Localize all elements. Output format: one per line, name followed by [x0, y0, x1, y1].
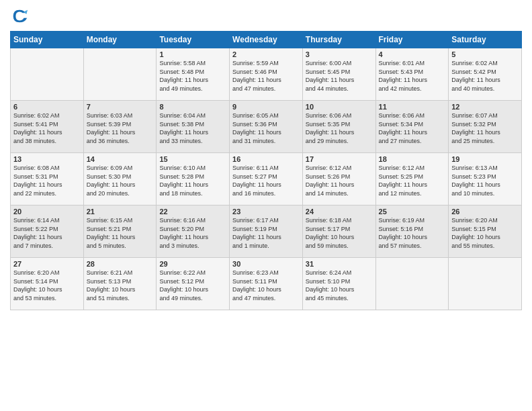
day-number: 29	[159, 260, 226, 268]
day-number: 12	[451, 103, 519, 111]
day-info: Sunrise: 6:19 AM Sunset: 5:16 PM Dayligh…	[379, 216, 446, 250]
day-number: 20	[13, 208, 81, 216]
calendar-week-row: 13Sunrise: 6:08 AM Sunset: 5:31 PM Dayli…	[11, 153, 522, 205]
calendar-cell: 6Sunrise: 6:02 AM Sunset: 5:41 PM Daylig…	[11, 101, 84, 153]
calendar-cell: 13Sunrise: 6:08 AM Sunset: 5:31 PM Dayli…	[11, 153, 84, 205]
day-info: Sunrise: 6:12 AM Sunset: 5:25 PM Dayligh…	[379, 164, 446, 197]
day-number: 23	[232, 208, 300, 216]
day-info: Sunrise: 6:12 AM Sunset: 5:26 PM Dayligh…	[306, 164, 373, 197]
day-info: Sunrise: 6:15 AM Sunset: 5:21 PM Dayligh…	[87, 216, 154, 250]
weekday-header: Tuesday	[157, 32, 230, 48]
day-info: Sunrise: 6:00 AM Sunset: 5:45 PM Dayligh…	[306, 59, 373, 93]
day-info: Sunrise: 6:11 AM Sunset: 5:27 PM Dayligh…	[232, 164, 300, 197]
day-info: Sunrise: 6:13 AM Sunset: 5:23 PM Dayligh…	[451, 164, 519, 197]
day-number: 19	[451, 155, 519, 163]
day-info: Sunrise: 5:58 AM Sunset: 5:48 PM Dayligh…	[159, 59, 226, 93]
day-number: 7	[87, 103, 154, 111]
day-number: 21	[87, 208, 154, 216]
calendar-week-row: 1Sunrise: 5:58 AM Sunset: 5:48 PM Daylig…	[11, 48, 522, 101]
calendar-week-row: 6Sunrise: 6:02 AM Sunset: 5:41 PM Daylig…	[11, 101, 522, 153]
day-info: Sunrise: 6:18 AM Sunset: 5:17 PM Dayligh…	[306, 216, 373, 250]
calendar-cell: 22Sunrise: 6:16 AM Sunset: 5:20 PM Dayli…	[157, 205, 230, 258]
calendar-cell: 29Sunrise: 6:22 AM Sunset: 5:12 PM Dayli…	[157, 258, 230, 310]
calendar-cell	[449, 258, 522, 310]
day-number: 27	[13, 260, 81, 268]
calendar-cell: 28Sunrise: 6:21 AM Sunset: 5:13 PM Dayli…	[83, 258, 157, 310]
day-number: 6	[13, 103, 81, 111]
day-number: 18	[379, 155, 446, 163]
calendar-cell: 30Sunrise: 6:23 AM Sunset: 5:11 PM Dayli…	[230, 258, 303, 310]
day-number: 26	[451, 208, 519, 216]
calendar-cell: 11Sunrise: 6:06 AM Sunset: 5:34 PM Dayli…	[375, 101, 449, 153]
page-container: SundayMondayTuesdayWednesdayThursdayFrid…	[0, 0, 532, 411]
calendar-cell	[11, 48, 84, 101]
logo	[10, 7, 32, 26]
calendar-cell: 3Sunrise: 6:00 AM Sunset: 5:45 PM Daylig…	[302, 48, 375, 101]
day-number: 1	[159, 50, 226, 58]
calendar-cell: 17Sunrise: 6:12 AM Sunset: 5:26 PM Dayli…	[302, 153, 375, 205]
calendar-cell: 26Sunrise: 6:20 AM Sunset: 5:15 PM Dayli…	[449, 205, 522, 258]
day-info: Sunrise: 6:17 AM Sunset: 5:19 PM Dayligh…	[232, 216, 300, 250]
day-number: 17	[306, 155, 373, 163]
day-number: 2	[232, 50, 300, 58]
calendar-cell: 25Sunrise: 6:19 AM Sunset: 5:16 PM Dayli…	[375, 205, 449, 258]
day-info: Sunrise: 6:07 AM Sunset: 5:32 PM Dayligh…	[451, 111, 519, 145]
weekday-header: Thursday	[302, 32, 375, 48]
calendar-cell: 18Sunrise: 6:12 AM Sunset: 5:25 PM Dayli…	[375, 153, 449, 205]
calendar-cell: 4Sunrise: 6:01 AM Sunset: 5:43 PM Daylig…	[375, 48, 449, 101]
day-info: Sunrise: 5:59 AM Sunset: 5:46 PM Dayligh…	[232, 59, 300, 93]
calendar-cell	[83, 48, 157, 101]
header-row: SundayMondayTuesdayWednesdayThursdayFrid…	[11, 32, 522, 48]
day-info: Sunrise: 6:01 AM Sunset: 5:43 PM Dayligh…	[379, 59, 446, 93]
calendar-cell: 12Sunrise: 6:07 AM Sunset: 5:32 PM Dayli…	[449, 101, 522, 153]
day-info: Sunrise: 6:14 AM Sunset: 5:22 PM Dayligh…	[13, 216, 81, 250]
day-info: Sunrise: 6:20 AM Sunset: 5:14 PM Dayligh…	[13, 269, 81, 302]
calendar-cell: 8Sunrise: 6:04 AM Sunset: 5:38 PM Daylig…	[157, 101, 230, 153]
day-number: 28	[87, 260, 154, 268]
day-info: Sunrise: 6:10 AM Sunset: 5:28 PM Dayligh…	[159, 164, 226, 197]
calendar-cell: 16Sunrise: 6:11 AM Sunset: 5:27 PM Dayli…	[230, 153, 303, 205]
calendar-cell: 5Sunrise: 6:02 AM Sunset: 5:42 PM Daylig…	[449, 48, 522, 101]
calendar-cell: 21Sunrise: 6:15 AM Sunset: 5:21 PM Dayli…	[83, 205, 157, 258]
calendar-week-row: 20Sunrise: 6:14 AM Sunset: 5:22 PM Dayli…	[11, 205, 522, 258]
day-number: 13	[13, 155, 81, 163]
day-info: Sunrise: 6:06 AM Sunset: 5:35 PM Dayligh…	[306, 111, 373, 145]
day-number: 9	[232, 103, 300, 111]
day-number: 24	[306, 208, 373, 216]
day-info: Sunrise: 6:08 AM Sunset: 5:31 PM Dayligh…	[13, 164, 81, 197]
day-info: Sunrise: 6:02 AM Sunset: 5:42 PM Dayligh…	[451, 59, 519, 93]
day-info: Sunrise: 6:04 AM Sunset: 5:38 PM Dayligh…	[159, 111, 226, 145]
calendar-cell: 2Sunrise: 5:59 AM Sunset: 5:46 PM Daylig…	[230, 48, 303, 101]
calendar-cell: 20Sunrise: 6:14 AM Sunset: 5:22 PM Dayli…	[11, 205, 84, 258]
calendar-week-row: 27Sunrise: 6:20 AM Sunset: 5:14 PM Dayli…	[11, 258, 522, 310]
day-number: 10	[306, 103, 373, 111]
calendar-cell: 23Sunrise: 6:17 AM Sunset: 5:19 PM Dayli…	[230, 205, 303, 258]
weekday-header: Monday	[83, 32, 157, 48]
day-info: Sunrise: 6:23 AM Sunset: 5:11 PM Dayligh…	[232, 269, 300, 302]
day-info: Sunrise: 6:06 AM Sunset: 5:34 PM Dayligh…	[379, 111, 446, 145]
day-number: 31	[306, 260, 373, 268]
day-info: Sunrise: 6:22 AM Sunset: 5:12 PM Dayligh…	[159, 269, 226, 302]
day-number: 11	[379, 103, 446, 111]
calendar-cell	[375, 258, 449, 310]
calendar-cell: 19Sunrise: 6:13 AM Sunset: 5:23 PM Dayli…	[449, 153, 522, 205]
day-number: 3	[306, 50, 373, 58]
calendar-cell: 31Sunrise: 6:24 AM Sunset: 5:10 PM Dayli…	[302, 258, 375, 310]
calendar-cell: 14Sunrise: 6:09 AM Sunset: 5:30 PM Dayli…	[83, 153, 157, 205]
day-info: Sunrise: 6:16 AM Sunset: 5:20 PM Dayligh…	[159, 216, 226, 250]
day-number: 15	[159, 155, 226, 163]
logo-icon	[10, 7, 29, 26]
calendar-cell: 10Sunrise: 6:06 AM Sunset: 5:35 PM Dayli…	[302, 101, 375, 153]
calendar-cell: 27Sunrise: 6:20 AM Sunset: 5:14 PM Dayli…	[11, 258, 84, 310]
day-info: Sunrise: 6:03 AM Sunset: 5:39 PM Dayligh…	[87, 111, 154, 145]
day-info: Sunrise: 6:21 AM Sunset: 5:13 PM Dayligh…	[87, 269, 154, 302]
day-number: 25	[379, 208, 446, 216]
day-number: 4	[379, 50, 446, 58]
weekday-header: Saturday	[449, 32, 522, 48]
weekday-header: Sunday	[11, 32, 84, 48]
calendar-cell: 24Sunrise: 6:18 AM Sunset: 5:17 PM Dayli…	[302, 205, 375, 258]
calendar-cell: 15Sunrise: 6:10 AM Sunset: 5:28 PM Dayli…	[157, 153, 230, 205]
calendar-cell: 7Sunrise: 6:03 AM Sunset: 5:39 PM Daylig…	[83, 101, 157, 153]
day-number: 22	[159, 208, 226, 216]
day-number: 5	[451, 50, 519, 58]
